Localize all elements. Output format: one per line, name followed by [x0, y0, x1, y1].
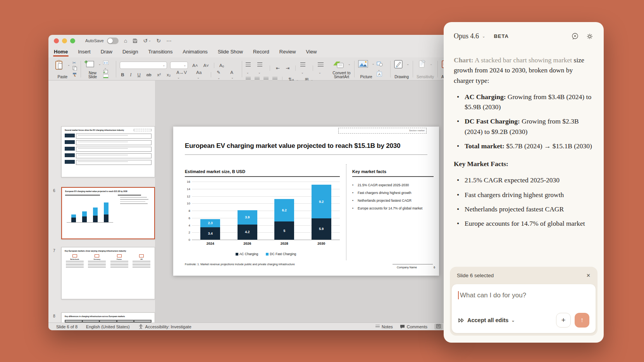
segment-ac-charging: 4.2 — [238, 225, 257, 240]
mini-bar-segment — [93, 208, 98, 216]
tab-home[interactable]: Home — [54, 49, 68, 57]
normal-view-icon — [436, 324, 441, 328]
accept-all-edits-button[interactable]: Accept all edits ⌄ — [458, 317, 515, 323]
cut-icon[interactable]: ✂ — [72, 61, 77, 65]
paste-button[interactable]: ⌄ Paste — [55, 59, 70, 79]
chart-header[interactable]: Estimated market size, B USD — [185, 169, 245, 174]
tab-insert[interactable]: Insert — [78, 49, 91, 57]
increase-indent-icon[interactable]: ⇥ — [285, 65, 291, 71]
minimize-window-button[interactable] — [62, 38, 67, 43]
attach-plus-button[interactable]: + — [556, 313, 571, 328]
segment-ac-charging: 5.9 — [312, 218, 331, 240]
settings-gear-icon[interactable] — [586, 33, 594, 40]
market-fact: Fast chargers driving highest growth — [352, 191, 434, 195]
x-axis-label: 2028 — [273, 242, 296, 245]
tab-transitions[interactable]: Transitions — [148, 49, 172, 57]
increase-font-icon[interactable]: A˄ — [191, 63, 199, 68]
assistant-fact: Europe accounts for 14.7% of global mark… — [456, 218, 594, 228]
columns-icon[interactable]: ⌄ — [318, 61, 326, 75]
legend-label: AC Charging — [239, 252, 258, 256]
redo-icon[interactable]: ↻ — [157, 38, 161, 43]
clear-formatting-icon[interactable]: Aₒ — [218, 63, 225, 68]
slide-title[interactable]: European EV charging market value projec… — [185, 142, 400, 150]
legend-swatch — [236, 253, 238, 256]
section-marker-placeholder[interactable]: Section marker — [338, 128, 427, 134]
model-selector[interactable]: Opus 4.6 — [454, 32, 479, 40]
thumbnail-title: European EV charging market value projec… — [65, 190, 151, 193]
tab-slide-show[interactable]: Slide Show — [218, 49, 243, 57]
superscript-button[interactable]: x² — [156, 72, 162, 77]
close-window-button[interactable] — [54, 38, 59, 43]
mini-bar-segment — [71, 218, 76, 222]
tab-animations[interactable]: Animations — [183, 49, 208, 57]
stacked-bar-chart[interactable]: 02468101214163.42.320244.23.9202656.2202… — [185, 177, 340, 258]
notes-button[interactable]: Notes — [375, 324, 393, 329]
highlight-color-icon[interactable]: ✎ ⌄ — [215, 70, 226, 80]
italic-button[interactable]: I — [129, 72, 133, 77]
bold-button[interactable]: B — [120, 72, 125, 77]
text-box-icon[interactable]: A — [377, 72, 387, 77]
clear-chat-icon[interactable] — [571, 33, 579, 40]
decrease-indent-icon[interactable]: ⇤ — [275, 65, 281, 71]
y-axis-tick: 12 — [185, 195, 190, 198]
tab-review[interactable]: Review — [279, 49, 296, 57]
context-chip-close-icon[interactable]: ✕ — [586, 273, 591, 278]
font-color-icon[interactable]: A ⌄ — [229, 70, 238, 79]
breakdown-item: AC Charging: Growing from $3.4B (2024) t… — [456, 92, 594, 112]
accessibility-button[interactable]: Accessibility: Investigate — [138, 324, 191, 329]
change-case-icon[interactable]: Aa ⌄ — [195, 70, 207, 79]
font-size-combo[interactable]: ⌄ — [170, 62, 188, 69]
thumbnail-number: 7 — [53, 249, 55, 253]
zoom-window-button[interactable] — [70, 38, 75, 43]
legend-swatch — [266, 253, 269, 256]
undo-icon[interactable]: ↺⌄ — [143, 38, 151, 43]
send-button[interactable]: ↑ — [575, 313, 589, 328]
comments-button[interactable]: Comments — [400, 324, 427, 329]
bullet-list-icon[interactable]: ⌄ — [246, 61, 253, 75]
copy-icon[interactable] — [72, 66, 77, 71]
facts-header[interactable]: Key market facts — [352, 169, 386, 174]
slide-thumbnail-5[interactable]: Several market forces drive the EV charg… — [61, 126, 155, 177]
input-placeholder: What can I do for you? — [460, 292, 526, 299]
accessibility-icon — [138, 324, 143, 329]
more-toolbar-icon[interactable]: ⋯ — [166, 38, 172, 43]
breakdown-item-text: $5.7B (2024) → $15.1B (2030) — [505, 142, 592, 150]
convert-smartart-button[interactable]: ⌄ Convert to SmartArt — [332, 59, 351, 79]
slide-thumbnail-7[interactable]: Key European markets show varying chargi… — [61, 247, 155, 299]
character-spacing-icon[interactable]: A↔V ⌄ — [175, 70, 191, 79]
model-chevron-icon[interactable]: ⌄ — [482, 34, 485, 38]
sensitivity-button[interactable]: ⌄ Sensitivity — [417, 59, 434, 79]
legend-label: DC Fast Charging — [270, 252, 296, 256]
clipboard-group: ⌄ Paste ✂ — [52, 59, 80, 79]
font-group: ⌄ ⌄ A˄ A˅ Aₒ B I U ab x² x₂ A↔V ⌄ Aa ⌄ — [117, 59, 241, 79]
notes-icon — [375, 325, 380, 328]
save-icon[interactable] — [133, 38, 138, 43]
breakdown-item-lead: AC Charging: — [465, 93, 506, 101]
tab-design[interactable]: Design — [122, 49, 138, 57]
language-button[interactable]: English (United States) — [86, 324, 130, 329]
slide-thumbnail-6[interactable]: European EV charging market value projec… — [61, 187, 155, 239]
layout-icon[interactable]: ⌄ — [103, 61, 112, 70]
underline-button[interactable]: U — [136, 72, 141, 77]
line-spacing-icon[interactable]: ⌄ — [300, 61, 308, 75]
autosave-toggle[interactable] — [107, 38, 119, 44]
home-icon[interactable]: ⌂ — [124, 38, 127, 43]
normal-view-button[interactable] — [434, 324, 443, 329]
subscript-button[interactable]: x₂ — [165, 72, 172, 77]
tab-view[interactable]: View — [306, 49, 317, 57]
font-name-combo[interactable]: ⌄ — [120, 62, 167, 69]
format-painter-icon[interactable] — [72, 72, 77, 78]
reset-slide-icon[interactable] — [103, 70, 112, 74]
drawing-button[interactable]: ⌄ Drawing — [394, 59, 409, 79]
message-input[interactable]: What can I do for you? Accept all edits … — [451, 284, 596, 333]
strikethrough-button[interactable]: ab — [145, 72, 153, 77]
decrease-font-icon[interactable]: A˅ — [202, 63, 210, 68]
insert-group: ⌄ Picture ⌄ A — [355, 59, 390, 79]
picture-button[interactable]: ⌄ Picture — [358, 59, 375, 79]
numbered-list-icon[interactable]: ⌄ — [257, 61, 265, 75]
new-slide-button[interactable]: ⌄ New Slide — [84, 59, 101, 79]
tab-record[interactable]: Record — [253, 49, 269, 57]
shapes-icon[interactable]: ⌄ — [377, 62, 387, 72]
slide-6-canvas[interactable]: Section marker European EV charging mark… — [173, 127, 439, 276]
tab-draw[interactable]: Draw — [101, 49, 112, 57]
